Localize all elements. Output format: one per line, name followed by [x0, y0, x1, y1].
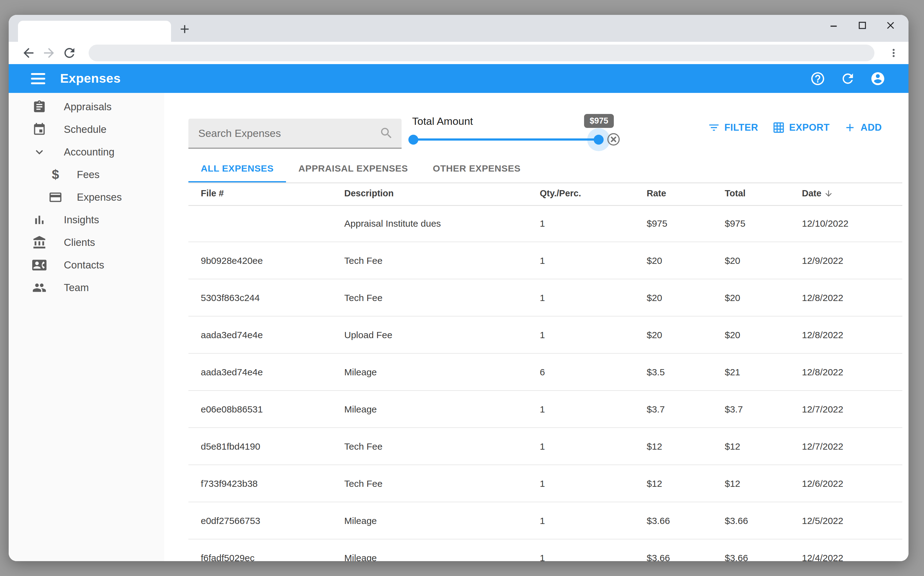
column-header-file[interactable]: File # [201, 183, 224, 205]
cell-date: 12/7/2022 [802, 391, 843, 428]
sidebar-item-clients[interactable]: Clients [9, 231, 164, 254]
cell-total: $12 [725, 465, 740, 502]
slider-thumb-min[interactable] [408, 135, 418, 145]
filter-button[interactable]: FILTER [708, 122, 758, 134]
cell-description: Mileage [344, 539, 377, 561]
cell-qty-perc: 1 [540, 465, 545, 502]
cell-qty-perc: 1 [540, 539, 545, 561]
cell-file: aada3ed74e4e [201, 354, 263, 391]
add-label: ADD [860, 122, 882, 133]
cell-total: $3.66 [725, 502, 748, 539]
hamburger-menu-icon[interactable] [31, 73, 45, 84]
sidebar-item-team[interactable]: Team [9, 276, 164, 299]
slider-thumb-max[interactable] [594, 135, 603, 145]
browser-tab[interactable] [18, 21, 171, 42]
cell-date: 12/7/2022 [802, 428, 843, 465]
sidebar-item-accounting[interactable]: Accounting [9, 141, 164, 163]
browser-window: Expenses AppraisalsScheduleAccounting$Fe… [9, 15, 908, 561]
app-bar: Expenses [9, 64, 908, 93]
cell-rate: $12 [646, 465, 662, 502]
search-input[interactable] [188, 127, 379, 140]
cell-total: $20 [725, 279, 740, 317]
cell-rate: $975 [646, 205, 667, 242]
dollar-icon: $ [52, 168, 59, 181]
cell-total: $3.7 [725, 391, 743, 428]
cell-qty-perc: 1 [540, 428, 545, 465]
maximize-icon[interactable] [855, 19, 869, 32]
cell-total: $20 [725, 317, 740, 354]
table-row[interactable]: Appraisal Institute dues1$975$97512/10/2… [164, 205, 908, 242]
help-icon[interactable] [810, 71, 826, 86]
cell-qty-perc: 1 [540, 502, 545, 539]
table-row[interactable]: aada3ed74e4eMileage6$3.5$2112/8/2022 [164, 354, 908, 391]
sidebar-item-label: Clients [64, 237, 95, 248]
table-row[interactable]: e06e08b86531Mileage1$3.7$3.712/7/2022 [164, 391, 908, 428]
close-icon[interactable] [884, 19, 897, 32]
cell-file: 5303f863c244 [201, 279, 260, 317]
tab-appraisal-expenses[interactable]: APPRAISAL EXPENSES [286, 154, 420, 183]
forward-icon[interactable] [42, 45, 56, 61]
cell-date: 12/8/2022 [802, 279, 843, 317]
cell-date: 12/9/2022 [802, 242, 843, 279]
tab-all-expenses[interactable]: ALL EXPENSES [188, 154, 286, 183]
reload-icon[interactable] [62, 45, 77, 61]
cell-description: Tech Fee [344, 465, 382, 502]
cell-file: 9b0928e420ee [201, 242, 263, 279]
plus-icon [844, 122, 856, 134]
browser-menu-icon[interactable] [887, 45, 900, 61]
table-row[interactable]: 9b0928e420eeTech Fee1$20$2012/9/2022 [164, 242, 908, 279]
minimize-icon[interactable] [827, 19, 841, 32]
tab-other-expenses[interactable]: OTHER EXPENSES [420, 154, 533, 183]
column-header-qty-perc[interactable]: Qty./Perc. [540, 183, 581, 205]
sidebar-item-fees[interactable]: $Fees [9, 163, 164, 186]
column-header-total[interactable]: Total [725, 183, 746, 205]
cell-description: Tech Fee [344, 279, 382, 317]
column-header-description[interactable]: Description [344, 183, 394, 205]
account-icon[interactable] [870, 71, 886, 86]
cell-rate: $20 [646, 242, 662, 279]
cell-qty-perc: 1 [540, 391, 545, 428]
table-row[interactable]: e0df27566753Mileage1$3.66$3.6612/5/2022 [164, 502, 908, 539]
new-tab-icon[interactable] [178, 22, 191, 36]
column-header-rate[interactable]: Rate [646, 183, 666, 205]
cell-qty-perc: 1 [540, 205, 545, 242]
add-button[interactable]: ADD [844, 122, 882, 134]
bank-icon [32, 235, 47, 250]
table-row[interactable]: 5303f863c244Tech Fee1$20$2012/8/2022 [164, 279, 908, 317]
sidebar-item-contacts[interactable]: Contacts [9, 254, 164, 276]
cell-description: Mileage [344, 502, 377, 539]
grid-icon [773, 122, 785, 134]
slider-clear-icon[interactable] [606, 132, 621, 147]
sidebar-item-label: Expenses [77, 191, 122, 203]
arrow-down-icon [824, 189, 833, 198]
table-row[interactable]: d5e81fbd4190Tech Fee1$12$1212/7/2022 [164, 428, 908, 465]
cell-description: Mileage [344, 391, 377, 428]
sidebar-item-schedule[interactable]: Schedule [9, 118, 164, 141]
table-row[interactable]: aada3ed74e4eUpload Fee1$20$2012/8/2022 [164, 317, 908, 354]
column-header-date[interactable]: Date [802, 183, 833, 205]
cell-qty-perc: 6 [540, 354, 545, 391]
cell-description: Mileage [344, 354, 377, 391]
cell-file: aada3ed74e4e [201, 317, 263, 354]
table-row[interactable]: f6fadf5029ecMileage1$3.66$3.6612/4/2022 [164, 539, 908, 561]
sidebar-item-expenses[interactable]: Expenses [9, 186, 164, 208]
clipboard-icon [32, 100, 47, 114]
browser-toolbar [9, 42, 908, 64]
export-label: EXPORT [789, 122, 829, 133]
sidebar-item-label: Team [64, 282, 89, 294]
cell-qty-perc: 1 [540, 279, 545, 317]
slider-value-tooltip: $975 [584, 114, 614, 128]
sidebar-item-insights[interactable]: Insights [9, 208, 164, 231]
cell-date: 12/6/2022 [802, 465, 843, 502]
sidebar-item-appraisals[interactable]: Appraisals [9, 95, 164, 118]
cell-date: 12/5/2022 [802, 502, 843, 539]
sidebar-item-label: Appraisals [64, 101, 112, 113]
cell-rate: $3.66 [646, 539, 670, 561]
slider-track[interactable] [412, 138, 599, 141]
export-button[interactable]: EXPORT [773, 122, 829, 134]
expenses-table: Appraisal Institute dues1$975$97512/10/2… [164, 205, 908, 561]
table-row[interactable]: f733f9423b38Tech Fee1$12$1212/6/2022 [164, 465, 908, 502]
back-icon[interactable] [21, 45, 36, 61]
address-bar[interactable] [88, 45, 874, 61]
refresh-icon[interactable] [840, 71, 855, 86]
